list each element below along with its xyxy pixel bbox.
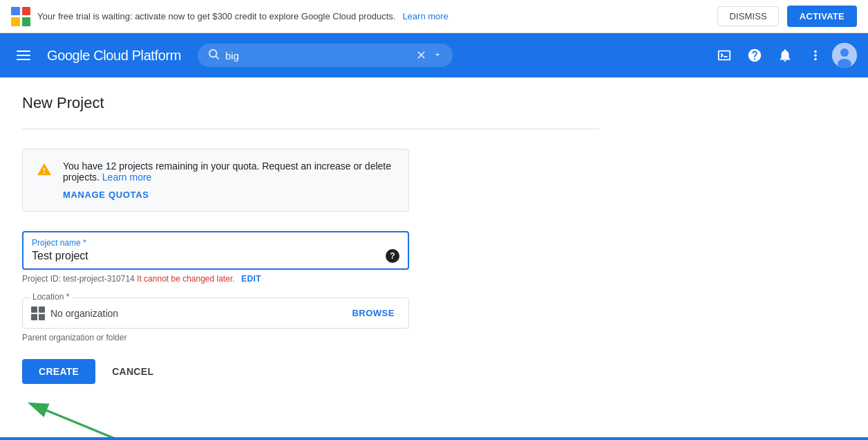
search-clear-icon[interactable]: ✕ (416, 48, 426, 63)
svg-point-3 (840, 48, 849, 57)
search-expand-icon[interactable] (432, 49, 443, 62)
banner-right: DISMISS ACTIVATE (717, 6, 857, 27)
project-id-edit-link[interactable]: EDIT (241, 274, 261, 284)
action-row: CREATE CANCEL (22, 359, 600, 384)
svg-line-6 (43, 409, 160, 440)
top-banner: Your free trial is waiting: activate now… (0, 0, 868, 33)
hamburger-menu-button[interactable] (11, 45, 36, 66)
help-icon[interactable] (741, 42, 768, 69)
search-area[interactable]: big ✕ (198, 44, 453, 67)
location-value: No organization (50, 308, 341, 319)
project-id-value: test-project-310714 (63, 274, 134, 284)
search-icon (207, 48, 220, 63)
project-name-field: Project name * ? (22, 231, 409, 270)
project-name-input-row: ? (32, 249, 399, 263)
notifications-icon[interactable] (771, 42, 799, 69)
more-options-icon[interactable] (802, 42, 829, 69)
page-title: New Project (22, 94, 600, 112)
arrow-annotation (22, 395, 229, 440)
quota-alert: You have 12 projects remaining in your q… (22, 149, 409, 212)
activate-button[interactable]: ACTIVATE (787, 6, 857, 27)
project-name-input[interactable] (32, 250, 386, 262)
parent-hint: Parent organization or folder (22, 333, 600, 342)
cloud-shell-icon[interactable] (710, 42, 738, 69)
browse-button[interactable]: BROWSE (346, 305, 400, 321)
location-wrapper: Location * No organization BROWSE (22, 297, 409, 329)
cannot-change-message: It cannot be changed later. (137, 274, 234, 284)
cancel-button[interactable]: CANCEL (106, 359, 159, 384)
alert-content: You have 12 projects remaining in your q… (63, 161, 395, 200)
google-logo-icon (11, 7, 30, 26)
search-input-value: big (225, 50, 411, 62)
banner-text: Your free trial is waiting: activate now… (37, 11, 395, 21)
page-content: New Project You have 12 projects remaini… (0, 77, 622, 440)
banner-learn-more-link[interactable]: Learn more (402, 11, 448, 21)
banner-left: Your free trial is waiting: activate now… (11, 7, 449, 26)
alert-learn-more-link[interactable]: Learn more (102, 172, 152, 183)
project-id-prefix: Project ID: (22, 274, 61, 284)
project-name-help-icon[interactable]: ? (386, 249, 399, 263)
nav-icons (710, 42, 857, 69)
location-inner: No organization BROWSE (23, 298, 408, 328)
organization-icon (31, 306, 45, 320)
svg-point-0 (209, 50, 217, 57)
manage-quotas-link[interactable]: MANAGE QUOTAS (63, 190, 395, 200)
location-field: Location * No organization BROWSE (22, 297, 409, 329)
divider (22, 129, 600, 129)
dismiss-button[interactable]: DISMISS (717, 6, 778, 26)
app-title: Google Cloud Platform (47, 48, 181, 64)
project-id-row: Project ID: test-project-310714 It canno… (22, 274, 600, 284)
location-label: Location * (30, 292, 72, 302)
arrow-svg (22, 395, 229, 440)
bottom-border (0, 437, 868, 440)
avatar[interactable] (832, 43, 857, 68)
project-name-label: Project name * (32, 238, 399, 248)
svg-line-1 (216, 56, 218, 59)
warning-icon (37, 162, 52, 181)
create-button[interactable]: CREATE (22, 359, 95, 384)
project-name-wrapper[interactable]: Project name * ? (22, 231, 409, 270)
navbar: Google Cloud Platform big ✕ (0, 33, 868, 77)
